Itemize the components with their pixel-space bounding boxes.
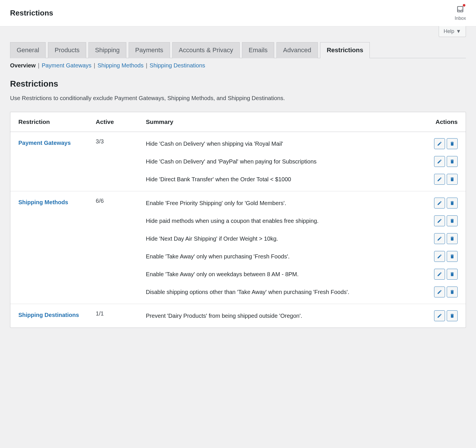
restrictions-table: Restriction Active Summary Actions Payme… xyxy=(10,112,466,328)
summary-row: Prevent 'Dairy Products' from being ship… xyxy=(146,307,458,325)
summary-cell: Enable 'Free Priority Shipping' only for… xyxy=(138,191,466,304)
pencil-icon xyxy=(437,218,442,223)
th-restriction: Restriction xyxy=(10,112,88,132)
delete-button[interactable] xyxy=(447,269,458,280)
edit-button[interactable] xyxy=(434,138,445,149)
nav-tab-advanced[interactable]: Advanced xyxy=(276,42,318,58)
trash-icon xyxy=(450,313,455,318)
summary-text: Hide 'Direct Bank Transfer' when the Ord… xyxy=(146,175,428,184)
edit-button[interactable] xyxy=(434,198,445,209)
summary-row: Enable 'Take Away' only when purchasing … xyxy=(146,248,458,265)
restriction-link-shipping-methods[interactable]: Shipping Methods xyxy=(18,198,80,207)
edit-button[interactable] xyxy=(434,310,445,321)
edit-button[interactable] xyxy=(434,287,445,297)
summary-row: Enable 'Free Priority Shipping' only for… xyxy=(146,194,458,212)
edit-button[interactable] xyxy=(434,215,445,226)
nav-tab-emails[interactable]: Emails xyxy=(242,42,274,58)
row-actions xyxy=(434,269,458,280)
trash-icon xyxy=(450,177,455,182)
row-actions xyxy=(434,174,458,185)
pencil-icon xyxy=(437,159,442,164)
sub-nav-shipping-destinations[interactable]: Shipping Destinations xyxy=(150,62,205,69)
summary-cell: Prevent 'Dairy Products' from being ship… xyxy=(138,304,466,328)
nav-tab-accounts-privacy[interactable]: Accounts & Privacy xyxy=(172,42,240,58)
summary-row: Enable 'Take Away' only on weekdays betw… xyxy=(146,265,458,283)
chevron-down-icon: ▼ xyxy=(456,28,461,34)
inbox-button[interactable]: Inbox xyxy=(455,5,466,21)
nav-tabs: GeneralProductsShippingPaymentsAccounts … xyxy=(10,42,466,58)
summary-text: Hide 'Cash on Delivery' and 'PayPal' whe… xyxy=(146,157,428,166)
summary-text: Hide 'Cash on Delivery' when shipping vi… xyxy=(146,139,428,148)
edit-button[interactable] xyxy=(434,156,445,167)
nav-tab-payments[interactable]: Payments xyxy=(129,42,170,58)
edit-button[interactable] xyxy=(434,174,445,185)
nav-tab-restrictions[interactable]: Restrictions xyxy=(320,42,370,58)
active-count: 6/6 xyxy=(88,191,138,304)
edit-button[interactable] xyxy=(434,269,445,280)
nav-tab-products[interactable]: Products xyxy=(48,42,86,58)
summary-text: Enable 'Take Away' only when purchasing … xyxy=(146,252,428,261)
restriction-link-payment-gateways[interactable]: Payment Gateways xyxy=(18,138,80,147)
summary-text: Enable 'Take Away' only on weekdays betw… xyxy=(146,270,428,278)
separator: | xyxy=(94,62,95,69)
sub-nav-shipping-methods[interactable]: Shipping Methods xyxy=(98,62,144,69)
pencil-icon xyxy=(437,236,442,241)
summary-text: Hide 'Next Day Air Shipping' if Order We… xyxy=(146,234,428,243)
section-description: Use Restrictions to conditionally exclud… xyxy=(10,95,466,102)
summary-row: Disable shipping options other than 'Tak… xyxy=(146,283,458,301)
trash-icon xyxy=(450,141,455,146)
nav-tab-general[interactable]: General xyxy=(10,42,46,58)
summary-row: Hide paid methods when using a coupon th… xyxy=(146,212,458,230)
trash-icon xyxy=(450,254,455,259)
edit-button[interactable] xyxy=(434,233,445,244)
row-actions xyxy=(434,251,458,262)
pencil-icon xyxy=(437,313,442,318)
active-count: 3/3 xyxy=(88,132,138,191)
trash-icon xyxy=(450,289,455,295)
table-row: Shipping Methods6/6Enable 'Free Priority… xyxy=(10,191,466,304)
pencil-icon xyxy=(437,200,442,206)
row-actions xyxy=(434,138,458,149)
nav-tab-shipping[interactable]: Shipping xyxy=(88,42,126,58)
help-tab[interactable]: Help ▼ xyxy=(439,26,466,37)
pencil-icon xyxy=(437,254,442,259)
delete-button[interactable] xyxy=(447,233,458,244)
trash-icon xyxy=(450,159,455,164)
trash-icon xyxy=(450,218,455,223)
pencil-icon xyxy=(437,272,442,277)
sub-nav-payment-gateways[interactable]: Payment Gateways xyxy=(42,62,91,69)
delete-button[interactable] xyxy=(447,287,458,297)
summary-text: Prevent 'Dairy Products' from being ship… xyxy=(146,311,428,320)
trash-icon xyxy=(450,236,455,241)
table-row: Payment Gateways3/3Hide 'Cash on Deliver… xyxy=(10,132,466,191)
sub-nav-overview[interactable]: Overview xyxy=(10,62,36,69)
delete-button[interactable] xyxy=(447,215,458,226)
summary-row: Hide 'Cash on Delivery' and 'PayPal' whe… xyxy=(146,153,458,170)
summary-text: Enable 'Free Priority Shipping' only for… xyxy=(146,199,428,207)
pencil-icon xyxy=(437,289,442,295)
separator: | xyxy=(146,62,147,69)
delete-button[interactable] xyxy=(447,198,458,209)
th-actions: Actions xyxy=(313,112,466,132)
active-count: 1/1 xyxy=(88,304,138,328)
delete-button[interactable] xyxy=(447,310,458,321)
help-label: Help xyxy=(444,28,454,34)
summary-cell: Hide 'Cash on Delivery' when shipping vi… xyxy=(138,132,466,191)
inbox-icon xyxy=(456,5,464,15)
row-actions xyxy=(434,215,458,226)
delete-button[interactable] xyxy=(447,138,458,149)
row-actions xyxy=(434,287,458,297)
delete-button[interactable] xyxy=(447,174,458,185)
restriction-link-shipping-destinations[interactable]: Shipping Destinations xyxy=(18,310,80,320)
delete-button[interactable] xyxy=(447,156,458,167)
section-title: Restrictions xyxy=(10,79,466,89)
page-title: Restrictions xyxy=(10,9,53,17)
row-actions xyxy=(434,310,458,321)
separator: | xyxy=(38,62,39,69)
th-active: Active xyxy=(88,112,138,132)
summary-row: Hide 'Direct Bank Transfer' when the Ord… xyxy=(146,170,458,188)
delete-button[interactable] xyxy=(447,251,458,262)
summary-text: Disable shipping options other than 'Tak… xyxy=(146,288,428,296)
edit-button[interactable] xyxy=(434,251,445,262)
pencil-icon xyxy=(437,177,442,182)
